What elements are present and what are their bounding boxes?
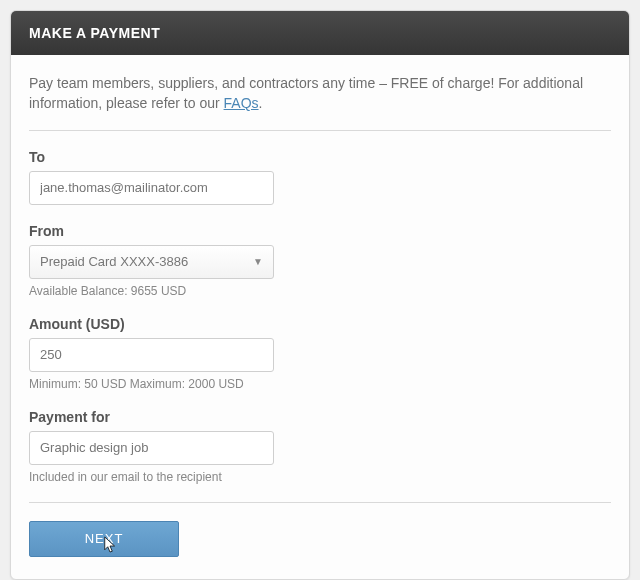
amount-input[interactable] (29, 338, 274, 372)
payment-for-hint: Included in our email to the recipient (29, 470, 611, 484)
next-button-label: NEXT (85, 531, 124, 546)
intro-copy: Pay team members, suppliers, and contrac… (29, 75, 583, 111)
from-selected-value: Prepaid Card XXXX-3886 (40, 254, 188, 269)
to-input[interactable] (29, 171, 274, 205)
divider-bottom (29, 502, 611, 503)
panel-body: Pay team members, suppliers, and contrac… (11, 55, 629, 579)
payment-for-field-group: Payment for Included in our email to the… (29, 409, 611, 484)
amount-range-hint: Minimum: 50 USD Maximum: 2000 USD (29, 377, 611, 391)
caret-down-icon: ▼ (253, 256, 263, 267)
payment-for-input[interactable] (29, 431, 274, 465)
divider (29, 130, 611, 131)
amount-label: Amount (USD) (29, 316, 611, 332)
panel-title: MAKE A PAYMENT (11, 11, 629, 55)
payment-for-label: Payment for (29, 409, 611, 425)
from-label: From (29, 223, 611, 239)
next-button[interactable]: NEXT (29, 521, 179, 557)
from-field-group: From Prepaid Card XXXX-3886 ▼ Available … (29, 223, 611, 298)
faqs-link[interactable]: FAQs (224, 95, 259, 111)
amount-field-group: Amount (USD) Minimum: 50 USD Maximum: 20… (29, 316, 611, 391)
from-select[interactable]: Prepaid Card XXXX-3886 ▼ (29, 245, 274, 279)
to-field-group: To (29, 149, 611, 205)
make-payment-panel: MAKE A PAYMENT Pay team members, supplie… (10, 10, 630, 580)
intro-text: Pay team members, suppliers, and contrac… (29, 73, 611, 114)
available-balance-hint: Available Balance: 9655 USD (29, 284, 611, 298)
to-label: To (29, 149, 611, 165)
intro-suffix: . (259, 95, 263, 111)
